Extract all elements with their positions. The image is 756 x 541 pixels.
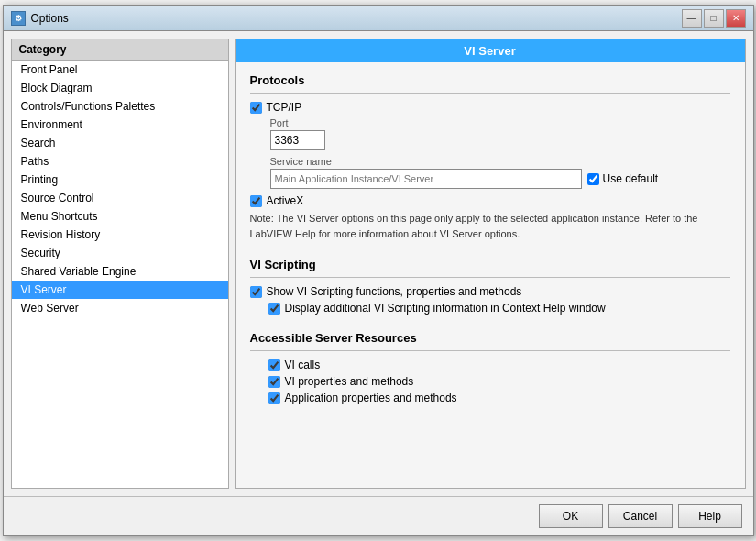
sidebar-list: Front Panel Block Diagram Controls/Funct… xyxy=(12,61,228,488)
activex-label: ActiveX xyxy=(267,194,304,207)
content-area: Category Front Panel Block Diagram Contr… xyxy=(4,31,753,496)
main-panel: VI Server Protocols TCP/IP Port xyxy=(235,39,746,489)
service-name-label: Service name xyxy=(270,156,730,167)
activex-checkbox[interactable] xyxy=(250,195,262,207)
sidebar-item-vi-server[interactable]: VI Server xyxy=(12,281,228,299)
app-properties-row: Application properties and methods xyxy=(268,392,730,404)
sidebar-item-web-server[interactable]: Web Server xyxy=(12,299,228,317)
service-name-row: Use default xyxy=(270,169,730,189)
protocols-divider xyxy=(250,93,730,94)
maximize-button[interactable]: □ xyxy=(704,9,724,28)
port-input[interactable] xyxy=(270,130,325,150)
display-additional-checkbox[interactable] xyxy=(268,303,280,315)
port-label: Port xyxy=(270,117,730,128)
display-additional-label: Display additional VI Scripting informat… xyxy=(285,302,606,315)
vi-calls-row: VI calls xyxy=(268,359,730,371)
accessible-server-section: Accessible Server Resources VI calls VI … xyxy=(250,331,730,408)
close-button[interactable]: ✕ xyxy=(726,9,746,28)
service-name-input[interactable] xyxy=(270,169,582,189)
panel-title: VI Server xyxy=(236,39,745,62)
vi-properties-row: VI properties and methods xyxy=(268,375,730,388)
vi-properties-label: VI properties and methods xyxy=(285,375,414,388)
window-title: Options xyxy=(31,12,682,25)
vi-calls-checkbox[interactable] xyxy=(268,359,280,371)
tcpip-checkbox[interactable] xyxy=(250,102,262,114)
accessible-server-divider xyxy=(250,350,730,351)
tcpip-label: TCP/IP xyxy=(267,101,302,114)
sidebar-item-shared-variable-engine[interactable]: Shared Variable Engine xyxy=(12,262,228,281)
sidebar-item-block-diagram[interactable]: Block Diagram xyxy=(12,79,228,97)
protocols-title: Protocols xyxy=(250,73,730,87)
service-name-block: Service name Use default xyxy=(270,156,730,189)
sidebar-item-source-control[interactable]: Source Control xyxy=(12,189,228,207)
cancel-button[interactable]: Cancel xyxy=(608,504,673,528)
help-button[interactable]: Help xyxy=(678,504,742,528)
use-default-row: Use default xyxy=(587,172,659,185)
app-properties-label: Application properties and methods xyxy=(285,392,457,404)
options-window: ⚙ Options — □ ✕ Category Front Panel Blo… xyxy=(3,5,754,536)
sidebar-header: Category xyxy=(12,39,228,61)
protocols-section: Protocols TCP/IP Port Service name xyxy=(250,73,730,245)
minimize-button[interactable]: — xyxy=(682,9,702,28)
port-field: Port xyxy=(270,117,730,150)
app-properties-checkbox[interactable] xyxy=(268,392,280,404)
sidebar-item-menu-shortcuts[interactable]: Menu Shortcuts xyxy=(12,207,228,226)
panel-content: Protocols TCP/IP Port Service name xyxy=(236,62,745,488)
vi-scripting-divider xyxy=(250,277,730,278)
title-bar-buttons: — □ ✕ xyxy=(682,9,746,28)
show-scripting-checkbox[interactable] xyxy=(250,286,262,298)
sidebar-item-paths[interactable]: Paths xyxy=(12,152,228,171)
title-bar: ⚙ Options — □ ✕ xyxy=(4,6,753,31)
ok-button[interactable]: OK xyxy=(539,504,603,528)
sidebar-item-security[interactable]: Security xyxy=(12,244,228,262)
bottom-bar: OK Cancel Help xyxy=(4,496,753,535)
show-scripting-label: Show VI Scripting functions, properties … xyxy=(267,285,522,298)
activex-row: ActiveX xyxy=(250,194,730,207)
display-additional-row: Display additional VI Scripting informat… xyxy=(268,302,730,315)
sidebar-item-front-panel[interactable]: Front Panel xyxy=(12,61,228,79)
use-default-label: Use default xyxy=(603,172,659,185)
protocols-note: Note: The VI Server options on this page… xyxy=(250,211,730,245)
sidebar-item-environment[interactable]: Environment xyxy=(12,116,228,134)
sidebar-item-printing[interactable]: Printing xyxy=(12,171,228,189)
window-icon: ⚙ xyxy=(11,11,26,26)
tcpip-row: TCP/IP xyxy=(250,101,730,114)
sidebar-item-search[interactable]: Search xyxy=(12,134,228,152)
sidebar: Category Front Panel Block Diagram Contr… xyxy=(11,39,229,489)
vi-calls-label: VI calls xyxy=(285,359,321,371)
use-default-checkbox[interactable] xyxy=(587,173,599,185)
sidebar-item-revision-history[interactable]: Revision History xyxy=(12,226,228,244)
vi-properties-checkbox[interactable] xyxy=(268,376,280,388)
sidebar-item-controls-palettes[interactable]: Controls/Functions Palettes xyxy=(12,97,228,116)
vi-scripting-section: VI Scripting Show VI Scripting functions… xyxy=(250,258,730,318)
show-scripting-row: Show VI Scripting functions, properties … xyxy=(250,285,730,298)
accessible-server-title: Accessible Server Resources xyxy=(250,331,730,345)
vi-scripting-title: VI Scripting xyxy=(250,258,730,271)
